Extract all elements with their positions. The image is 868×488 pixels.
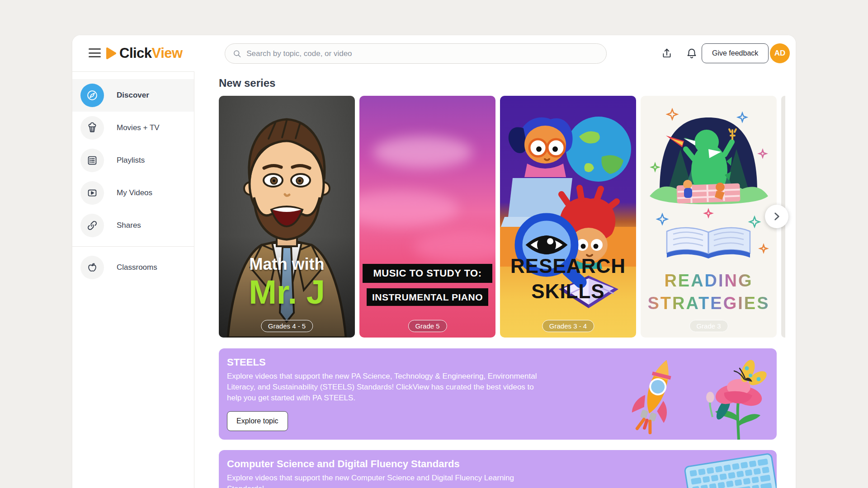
cloud-texture bbox=[373, 136, 472, 168]
grade-badge: Grades 3 - 4 bbox=[542, 320, 594, 332]
bell-icon bbox=[686, 47, 698, 59]
sidebar-divider bbox=[72, 246, 194, 247]
series-carousel: Math with Mr. J Grades 4 - 5 MUSIC TO ST… bbox=[219, 96, 777, 338]
keyboard-illustration bbox=[684, 452, 777, 488]
series-card-research-skills[interactable]: RESEARCH SKILLS Grades 3 - 4 bbox=[500, 96, 636, 338]
top-header: ClickView Give feedback AD bbox=[72, 35, 796, 71]
sidebar-label: Shares bbox=[117, 221, 141, 230]
banner-description: Explore videos that support the new PA S… bbox=[227, 371, 546, 404]
upload-icon bbox=[661, 47, 673, 59]
play-triangle-icon bbox=[106, 47, 117, 60]
video-icon bbox=[80, 181, 104, 205]
playlist-icon bbox=[80, 149, 104, 172]
page-title: New series bbox=[219, 77, 275, 89]
series-card-reading-strategies[interactable]: READING STRATEGIES Grade 3 bbox=[641, 96, 777, 338]
hamburger-menu-icon[interactable] bbox=[89, 48, 101, 58]
app-window: ClickView Give feedback AD bbox=[72, 35, 796, 488]
sidebar-label: Playlists bbox=[117, 156, 145, 165]
chevron-right-icon bbox=[771, 211, 783, 222]
flower-butterfly-illustration bbox=[697, 358, 774, 440]
sidebar-label: My Videos bbox=[117, 188, 152, 197]
grade-badge: Grade 3 bbox=[689, 320, 728, 332]
sidebar-item-discover[interactable]: Discover bbox=[72, 79, 194, 112]
banner-cs-digital-fluency[interactable]: Computer Science and Digital Fluency Sta… bbox=[219, 450, 777, 488]
link-icon bbox=[80, 214, 104, 237]
sidebar-item-shares[interactable]: Shares bbox=[72, 209, 194, 242]
card-title-line1: RESEARCH bbox=[500, 255, 636, 277]
card-title-line1: READING bbox=[641, 271, 777, 291]
sidebar-item-movies-tv[interactable]: Movies + TV bbox=[72, 112, 194, 144]
card-title-line2: INSTRUMENTAL PIANO bbox=[367, 288, 488, 306]
banner-steels[interactable]: STEELS Explore videos that support the n… bbox=[219, 348, 777, 440]
card-title-line2: SKILLS bbox=[500, 280, 636, 303]
sidebar-item-my-videos[interactable]: My Videos bbox=[72, 177, 194, 209]
card-title-line2: STRATEGIES bbox=[641, 294, 777, 313]
sidebar-item-classrooms[interactable]: Classrooms bbox=[72, 251, 194, 284]
grade-badge: Grade 5 bbox=[408, 320, 447, 332]
explore-topic-button[interactable]: Explore topic bbox=[227, 411, 288, 431]
search-icon bbox=[232, 49, 242, 59]
avatar[interactable]: AD bbox=[770, 43, 790, 63]
rocket-illustration bbox=[626, 355, 684, 436]
sidebar-label: Discover bbox=[117, 91, 149, 100]
upload-button[interactable] bbox=[659, 45, 675, 61]
grade-badge: Grades 4 - 5 bbox=[261, 320, 313, 332]
compass-icon bbox=[80, 84, 104, 107]
series-card-math-with-mr-j[interactable]: Math with Mr. J Grades 4 - 5 bbox=[219, 96, 355, 338]
sidebar-label: Movies + TV bbox=[117, 123, 160, 132]
card-title-line1: Math with bbox=[219, 255, 355, 274]
card-title-line2: Mr. J bbox=[219, 273, 355, 311]
cloud-texture bbox=[359, 191, 459, 227]
logo-text: ClickView bbox=[119, 45, 183, 61]
popcorn-icon bbox=[80, 116, 104, 140]
sidebar: Discover Movies + TV bbox=[72, 71, 194, 488]
sidebar-item-playlists[interactable]: Playlists bbox=[72, 144, 194, 177]
carousel-next-button[interactable] bbox=[765, 205, 788, 228]
sidebar-label: Classrooms bbox=[117, 263, 157, 272]
give-feedback-button[interactable]: Give feedback bbox=[702, 43, 769, 63]
card-title-line1: MUSIC TO STUDY TO: bbox=[363, 264, 492, 283]
cloud-texture bbox=[414, 231, 495, 263]
banner-description: Explore videos that support the new Comp… bbox=[227, 473, 525, 488]
search-bar[interactable] bbox=[225, 43, 607, 64]
series-card-music-to-study-to[interactable]: MUSIC TO STUDY TO: INSTRUMENTAL PIANO Gr… bbox=[359, 96, 495, 338]
banner-title: STEELS bbox=[227, 357, 777, 368]
clickview-logo[interactable]: ClickView bbox=[106, 45, 183, 61]
apple-icon bbox=[80, 256, 104, 279]
search-input[interactable] bbox=[246, 49, 599, 58]
notifications-button[interactable] bbox=[684, 45, 700, 61]
